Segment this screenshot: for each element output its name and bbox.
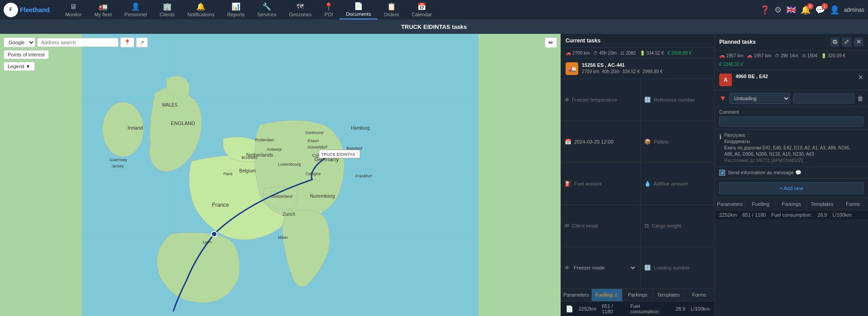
adblue-input[interactable]: [654, 181, 716, 186]
svg-text:Antwerp: Antwerp: [267, 147, 282, 152]
svg-text:Frankfurt: Frankfurt: [355, 174, 372, 178]
stat-weight: ⚖ 2082: [620, 51, 636, 56]
planned-tab-templates[interactable]: Templates: [807, 198, 838, 210]
chevron-down-icon: ▼: [26, 64, 31, 69]
tab-fuelling[interactable]: Fuelling ⚠: [592, 289, 623, 301]
tab-templates[interactable]: Templates: [653, 289, 684, 301]
points-of-interest-button[interactable]: Points of interest: [4, 50, 49, 59]
unloading-input[interactable]: [793, 93, 854, 103]
logo[interactable]: F Fleethand: [4, 3, 50, 17]
nav-item-clients[interactable]: 🏢 Clients: [153, 0, 181, 19]
msg-badge: 1: [821, 3, 828, 9]
map-svg: Ireland ENGLAND WALES Guernsey Jersey Ne…: [0, 34, 561, 316]
svg-text:Belgium: Belgium: [239, 168, 255, 173]
page-title: TRUCK EIDINTAS tasks: [0, 20, 868, 34]
language-flag[interactable]: 🇬🇧: [786, 5, 796, 15]
planned-tab-parameters[interactable]: Parameters: [715, 198, 745, 210]
nav-item-geozones[interactable]: 🗺 Geozones: [283, 1, 318, 19]
svg-text:Essen: Essen: [307, 139, 319, 143]
address-search-input[interactable]: [37, 38, 118, 47]
nav-item-reports[interactable]: 📊 Reports: [221, 0, 251, 19]
nav-item-personnel[interactable]: 👤 Personnel: [118, 0, 153, 19]
nav-item-monitor[interactable]: 🖥 Monitor: [59, 1, 88, 19]
poi-icon: 📍: [324, 2, 333, 11]
svg-text:ENGLAND: ENGLAND: [171, 121, 195, 126]
planned-stat-km1: 🚗 1957 km: [719, 53, 743, 58]
planned-tab-forms[interactable]: Forms: [838, 198, 868, 210]
nav-item-poi[interactable]: 📍 POI: [318, 0, 340, 19]
nav-item-documents[interactable]: 📄 Documents: [340, 0, 377, 19]
param-reference: 🔢: [641, 79, 720, 121]
param-adblue: 💧: [641, 163, 720, 204]
logo-text: Fleethand: [20, 6, 50, 14]
instructions-icon: ℹ: [719, 132, 722, 164]
footer-fuel-value: 28.9: [675, 306, 685, 311]
client-email-input[interactable]: [572, 223, 637, 228]
planned-task-details: 4960 BE , E42: [736, 74, 854, 79]
current-tasks-header: Current tasks: [561, 34, 714, 48]
settings-icon[interactable]: ⚙: [774, 5, 782, 15]
planned-tab-parkings[interactable]: Parkings: [776, 198, 807, 210]
footer-unit: L/100km: [691, 306, 710, 311]
add-new-button[interactable]: + Add new: [719, 182, 863, 194]
comment-input[interactable]: [719, 116, 863, 126]
reference-number-input[interactable]: [654, 97, 716, 102]
myfleet-icon: 🚛: [99, 2, 108, 11]
loading-number-icon: 🔢: [644, 265, 651, 271]
svg-text:Lyon: Lyon: [203, 240, 212, 244]
copy-icon[interactable]: ⧉: [830, 37, 839, 46]
nav-item-orders[interactable]: 📋 Orders: [377, 0, 406, 19]
orders-icon: 📋: [387, 2, 396, 11]
nav-items: 🖥 Monitor 🚛 My fleet 👤 Personnel 🏢 Clien…: [59, 0, 760, 19]
map-route-button[interactable]: ↗: [136, 37, 148, 47]
planned-tab-fuelling[interactable]: Fuelling: [745, 198, 776, 210]
current-tasks-stats: 🚗 2700 km ⏱ 40h 20m ⚖ 2082 🔋 334.52 € € …: [561, 48, 714, 59]
instructions-text: Разгрузка: Координаты Ехать по дорогам E…: [724, 132, 850, 164]
planned-task-item: A 4960 BE , E42 ✕: [715, 70, 868, 90]
personnel-icon: 👤: [131, 2, 140, 11]
delete-unloading-btn[interactable]: 🗑: [857, 95, 863, 102]
cargo-weight-icon: ⚖: [644, 223, 649, 229]
freezer-temp-input[interactable]: [572, 97, 637, 102]
legend-button[interactable]: Legend ▼: [4, 62, 35, 71]
nav-label-clients: Clients: [160, 12, 175, 17]
expand-icon[interactable]: ⤢: [842, 37, 851, 46]
svg-text:WALES: WALES: [162, 102, 178, 107]
tab-parkings[interactable]: Parkings: [623, 289, 653, 301]
cargo-weight-input[interactable]: [652, 223, 716, 228]
current-task-item[interactable]: 🚛 15256 ES , AC-441 2709 km 40h 20m 334.…: [561, 59, 714, 79]
close-panel-icon[interactable]: ✕: [854, 37, 863, 46]
pallets-input[interactable]: [654, 139, 716, 144]
freezer-mode-icon: ❄: [565, 265, 569, 271]
bell-badge: 8: [807, 3, 813, 9]
tab-forms[interactable]: Forms: [684, 289, 714, 301]
send-info-checkbox[interactable]: [719, 170, 725, 176]
nav-item-calendar[interactable]: 📅 Calendar: [406, 0, 439, 19]
map-provider-select[interactable]: Google: [4, 37, 35, 47]
fuel-amount-input[interactable]: [574, 181, 637, 186]
email-icon: ✉: [565, 223, 569, 229]
nav-item-services[interactable]: 🔧 Services: [251, 0, 283, 19]
map-search-row: Google 📍 ↗: [4, 37, 148, 47]
send-info-row: Send information as message 💬: [715, 167, 868, 179]
nav-item-myfleet[interactable]: 🚛 My fleet: [88, 0, 118, 19]
planned-task-close[interactable]: ✕: [858, 74, 863, 81]
unloading-select[interactable]: Unloading: [729, 93, 791, 104]
date-input[interactable]: [574, 139, 637, 144]
params-grid: ❄ 🔢 📅 📦 ⛽: [561, 79, 714, 288]
svg-text:Jersey: Jersey: [112, 164, 124, 168]
nav-item-notifications[interactable]: 🔔 Notifications: [181, 0, 221, 19]
nav-label-notifications: Notifications: [188, 12, 215, 17]
current-tasks-footer: 📄 2252km 651 / 1180 Fuel consumption: 28…: [561, 301, 714, 316]
loading-number-input[interactable]: [654, 265, 716, 270]
nav-label-monitor: Monitor: [65, 12, 82, 17]
freezer-mode-select[interactable]: Freezer mode: [572, 265, 637, 271]
user-icon[interactable]: 👤: [830, 5, 840, 15]
map-edit-button[interactable]: ✏: [545, 37, 557, 48]
planned-task-name: 4960 BE , E42: [736, 74, 854, 79]
map-pin-button[interactable]: 📍: [120, 37, 134, 47]
documents-icon: 📄: [354, 2, 363, 10]
planned-header-icons: ⧉ ⤢ ✕: [830, 37, 863, 46]
help-icon[interactable]: ❓: [760, 5, 770, 15]
tab-parameters[interactable]: Parameters: [561, 289, 592, 301]
